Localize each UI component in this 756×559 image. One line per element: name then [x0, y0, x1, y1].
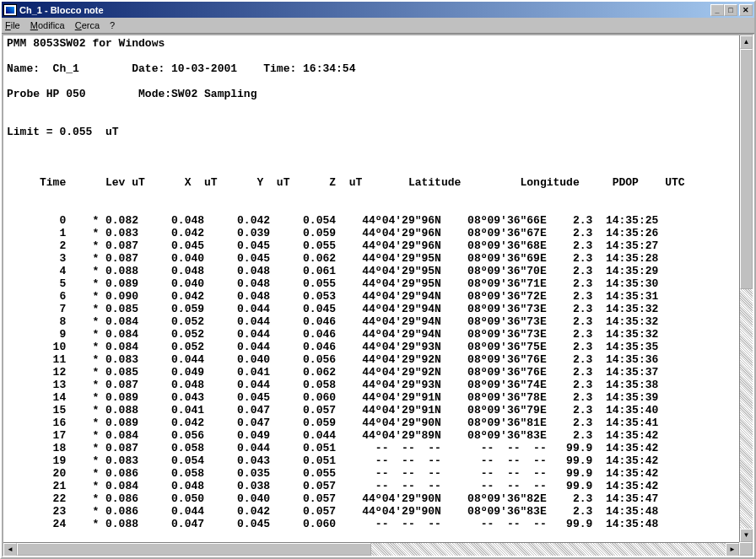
text-area[interactable]: PMM 8053SW02 for Windows Name: Ch_1 Date…: [3, 35, 739, 542]
scroll-down-button[interactable]: ▼: [740, 529, 753, 542]
scroll-track-h[interactable]: [17, 543, 726, 556]
close-button[interactable]: ✕: [739, 4, 753, 16]
menu-cerca[interactable]: Cerca: [75, 20, 100, 30]
scroll-up-button[interactable]: ▲: [740, 35, 753, 49]
vertical-scrollbar[interactable]: ▲ ▼: [739, 35, 753, 542]
client-area: PMM 8053SW02 for Windows Name: Ch_1 Date…: [2, 34, 754, 557]
app-icon: [3, 4, 17, 16]
scroll-right-button[interactable]: ►: [726, 543, 739, 556]
menubar: File Modifica Cerca ?: [2, 18, 754, 34]
size-grip[interactable]: [739, 542, 753, 556]
scroll-thumb-v[interactable]: [740, 49, 753, 289]
menu-file[interactable]: File: [5, 20, 20, 30]
window-title: Ch_1 - Blocco note: [19, 5, 710, 15]
scroll-thumb-h[interactable]: [17, 543, 371, 556]
titlebar[interactable]: Ch_1 - Blocco note _ □ ✕: [2, 2, 754, 18]
horizontal-scrollbar[interactable]: ◄ ►: [3, 542, 739, 556]
minimize-button[interactable]: _: [710, 4, 724, 16]
menu-help[interactable]: ?: [110, 20, 115, 30]
notepad-window: Ch_1 - Blocco note _ □ ✕ File Modifica C…: [0, 0, 756, 559]
menu-modifica[interactable]: Modifica: [30, 20, 65, 30]
scroll-left-button[interactable]: ◄: [3, 543, 17, 556]
maximize-button[interactable]: □: [724, 4, 737, 16]
scroll-track-v[interactable]: [740, 49, 753, 529]
